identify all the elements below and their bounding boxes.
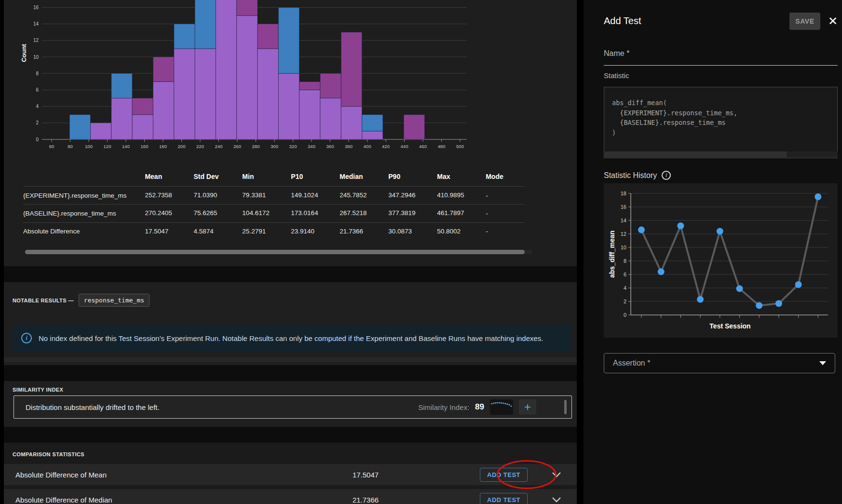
statistic-code-text: abs_diff_mean( {EXPERIMENT}.response_tim… (604, 87, 837, 137)
comparison-row-label: Absolute Difference of Mean (4, 471, 274, 479)
similarity-index-label: Similarity Index: (418, 403, 469, 411)
svg-text:10: 10 (33, 54, 39, 60)
table-cell: 245.7852 (340, 187, 388, 204)
svg-text:180: 180 (159, 144, 167, 149)
comparison-row-mean: Absolute Difference of Mean 17.5047 ADD … (4, 464, 577, 485)
svg-text:380: 380 (345, 144, 353, 149)
comparison-section-label: COMPARISON STATISTICS (13, 451, 84, 457)
chevron-down-icon[interactable] (551, 471, 562, 478)
svg-text:80: 80 (68, 144, 73, 149)
table-column-header: P90 (388, 167, 437, 187)
table-cell: 25.2791 (242, 222, 291, 240)
table-row-label: {EXPERIMENT}.response_time_ms (23, 187, 145, 204)
similarity-card: SIMILARITY INDEX Distribution substantia… (4, 381, 577, 427)
statistic-history-chart: 024681012141618Test Sessionabs_diff_mean (604, 183, 838, 338)
svg-text:8: 8 (624, 258, 626, 264)
svg-text:Test Session: Test Session (709, 322, 750, 330)
svg-text:8: 8 (36, 71, 39, 76)
table-row-label: {BASELINE}.response_time_ms (23, 204, 145, 222)
svg-text:abs_diff_mean: abs_diff_mean (608, 231, 616, 278)
code-scrollbar-thumb[interactable] (605, 151, 787, 157)
table-cell: 270.2405 (145, 204, 193, 222)
stats-table-header: MeanStd DevMinP10MedianP90MaxMode (23, 167, 525, 187)
stats-table: MeanStd DevMinP10MedianP90MaxMode {EXPER… (23, 167, 525, 240)
chevron-down-icon[interactable] (551, 496, 562, 504)
svg-text:4: 4 (624, 285, 626, 291)
assertion-label: Assertion * (613, 359, 650, 368)
table-cell: - (486, 222, 525, 240)
comparison-row-label: Absolute Difference of Median (4, 496, 274, 504)
table-cell: 267.5218 (340, 204, 388, 222)
name-input[interactable] (604, 46, 838, 66)
similarity-section-label: SIMILARITY INDEX (13, 387, 63, 393)
table-cell: 71.0390 (193, 187, 242, 204)
statistic-history-title: Statistic History (604, 171, 657, 180)
svg-text:14: 14 (621, 218, 626, 223)
svg-text:16: 16 (33, 5, 39, 10)
table-cell: 347.2946 (388, 187, 437, 204)
table-cell: 30.0873 (388, 222, 437, 240)
svg-text:320: 320 (289, 144, 297, 149)
app-window: 0246810121416608010012014016018020022024… (0, 0, 842, 504)
svg-text:60: 60 (49, 144, 54, 149)
svg-text:Count: Count (20, 44, 27, 62)
svg-text:12: 12 (33, 38, 39, 43)
table-cell: 4.5874 (193, 222, 242, 240)
table-horizontal-scrollbar[interactable] (25, 250, 532, 254)
comparison-row-median: Absolute Difference of Median 21.7366 AD… (4, 489, 577, 504)
table-row: {BASELINE}.response_time_ms270.240575.62… (23, 204, 525, 222)
metric-chip[interactable]: response_time_ms (79, 294, 149, 307)
table-cell: 252.7358 (145, 187, 193, 204)
info-icon: i (21, 333, 32, 343)
add-similarity-test-button[interactable]: + (519, 399, 536, 415)
table-column-header: Mean (145, 167, 193, 187)
svg-text:4: 4 (36, 104, 39, 109)
table-column-header: Mode (486, 167, 525, 187)
svg-text:6: 6 (624, 272, 626, 277)
notable-scrollbar-track[interactable] (4, 357, 577, 362)
statistic-label: Statistic (604, 71, 629, 80)
svg-text:0: 0 (36, 137, 39, 142)
add-test-button[interactable]: ADD TEST (480, 468, 528, 482)
table-cell: 173.0164 (291, 204, 340, 222)
table-cell: 149.1024 (291, 187, 340, 204)
notable-results-card: NOTABLE RESULTS — response_time_ms i No … (4, 282, 577, 365)
similarity-sparkline (490, 399, 513, 415)
svg-text:0: 0 (624, 312, 626, 318)
table-cell: 104.6172 (242, 204, 291, 222)
svg-text:260: 260 (233, 144, 241, 149)
table-scrollbar-thumb[interactable] (25, 250, 525, 254)
statistic-history-card: 024681012141618Test Sessionabs_diff_mean (604, 183, 838, 338)
code-horizontal-scrollbar[interactable] (605, 151, 838, 157)
similarity-message: Distribution substantially drifted to th… (26, 403, 418, 411)
table-cell: - (486, 204, 525, 222)
histogram-chart: 0246810121416608010012014016018020022024… (4, 0, 577, 159)
table-cell: 50.8002 (437, 222, 486, 240)
table-column-header: Median (340, 167, 388, 187)
assertion-select[interactable]: Assertion * (604, 353, 835, 373)
dropdown-caret-icon (819, 361, 826, 365)
save-button[interactable]: SAVE (789, 13, 820, 30)
svg-text:460: 460 (419, 144, 427, 149)
svg-text:2: 2 (624, 299, 626, 304)
add-test-button[interactable]: ADD TEST (480, 493, 528, 504)
comparison-row-value: 17.5047 (274, 471, 457, 479)
table-cell: - (486, 187, 525, 204)
svg-text:160: 160 (141, 144, 149, 149)
table-cell: 377.3819 (388, 204, 437, 222)
similarity-row[interactable]: Distribution substantially drifted to th… (14, 395, 572, 419)
svg-text:120: 120 (104, 144, 111, 149)
similarity-vertical-scrollbar-thumb[interactable] (564, 400, 567, 414)
svg-text:280: 280 (252, 144, 260, 149)
svg-text:100: 100 (85, 144, 93, 149)
close-icon[interactable]: ✕ (826, 14, 840, 28)
table-cell: 461.7897 (437, 204, 486, 222)
table-cell: 75.6265 (193, 204, 242, 222)
table-row-label: Absolute Difference (23, 222, 145, 240)
table-column-header: Min (242, 167, 291, 187)
statistic-code-block[interactable]: abs_diff_mean( {EXPERIMENT}.response_tim… (604, 87, 838, 158)
table-cell: 410.9895 (437, 187, 486, 204)
results-panel: 0246810121416608010012014016018020022024… (4, 0, 577, 504)
svg-text:440: 440 (401, 144, 408, 149)
svg-text:16: 16 (621, 204, 626, 210)
